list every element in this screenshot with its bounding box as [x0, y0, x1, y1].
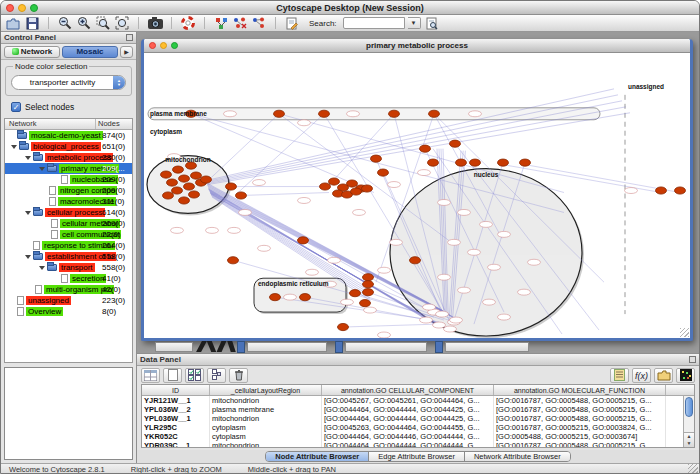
unselect-attributes-icon[interactable]	[207, 368, 226, 383]
expander-triangle-icon[interactable]	[25, 156, 31, 160]
save-icon[interactable]	[24, 16, 40, 31]
tab-node-attribute-browser[interactable]: Node Attribute Browser	[266, 452, 369, 461]
expander-triangle-icon[interactable]	[25, 211, 31, 215]
birdseye-view-panel[interactable]	[4, 367, 133, 460]
background-window-corner[interactable]	[435, 341, 443, 353]
tree-row[interactable]: transport558(0)	[5, 262, 132, 273]
column-header[interactable]: _cellularLayoutRegion	[210, 385, 322, 395]
background-window-label	[227, 341, 236, 352]
tree-row[interactable]: nitrogen compo209(0)	[5, 185, 132, 196]
app-resize-grip[interactable]	[688, 464, 698, 474]
column-header[interactable]: ID	[142, 385, 210, 395]
window-resize-grip[interactable]	[680, 328, 689, 337]
tab-network-attribute-browser[interactable]: Network Attribute Browser	[465, 452, 570, 461]
expander-triangle-icon[interactable]	[25, 255, 31, 259]
tree-row[interactable]: biological_process651(0)	[5, 141, 132, 152]
matrix-icon[interactable]	[676, 368, 695, 383]
expander-triangle-icon[interactable]	[39, 266, 45, 270]
search-dropdown-arrow[interactable]: ▼	[408, 17, 421, 29]
table-cell: mitochondrion	[210, 441, 322, 447]
tree-header-nodes[interactable]: Nodes	[95, 119, 132, 129]
tree-row[interactable]: macromolecule311(0)	[5, 196, 132, 207]
tree-row[interactable]: primary metabo209(...	[5, 163, 132, 174]
data-panel-header: Data Panel	[137, 354, 699, 366]
show-all-icon[interactable]	[251, 16, 267, 31]
table-row[interactable]: YPL036W__2plasma membrane[GO:0044464, GO…	[142, 405, 683, 414]
tab-mosaic[interactable]: Mosaic	[62, 46, 118, 58]
node-color-dropdown[interactable]: transporter activity ▲▼	[11, 75, 126, 90]
import-attributes-icon[interactable]	[654, 368, 673, 383]
tree-row[interactable]: nucleobase-209(0)	[5, 174, 132, 185]
background-window-corner[interactable]	[335, 341, 343, 353]
tree-row[interactable]: cellular process614(0)	[5, 207, 132, 218]
snapshot-icon[interactable]	[147, 16, 163, 31]
expander-triangle-icon[interactable]	[39, 167, 45, 171]
scrollbar-arrows[interactable]: ▲▼	[684, 432, 694, 447]
table-row[interactable]: YJR121W__1mitochondrion[GO:0045267, GO:0…	[142, 396, 683, 405]
tree-row[interactable]: response to stimulu264(0)	[5, 240, 132, 251]
open-icon[interactable]	[5, 16, 21, 31]
network-page-icon	[49, 197, 56, 206]
annotation-icon[interactable]	[284, 16, 300, 31]
background-window[interactable]	[247, 342, 327, 352]
background-window[interactable]	[445, 342, 529, 352]
tree-row[interactable]: unassigned223(0)	[5, 295, 132, 306]
tree-row-node-count: 614(0)	[102, 208, 125, 217]
background-window[interactable]	[155, 342, 193, 352]
tree-row[interactable]: cell communicat22(0)	[5, 229, 132, 240]
tab-edge-attribute-browser[interactable]: Edge Attribute Browser	[369, 452, 465, 461]
tab-network[interactable]: Network	[4, 46, 60, 58]
tree-row[interactable]: Overview8(0)	[5, 306, 132, 317]
new-attribute-icon[interactable]	[163, 368, 182, 383]
expander-triangle-icon[interactable]	[11, 145, 17, 149]
tree-row-node-count: 651(0)	[102, 142, 125, 151]
table-scrollbar[interactable]: ▲▼	[683, 396, 694, 447]
select-attributes-icon[interactable]	[185, 368, 204, 383]
tab-overflow-arrow[interactable]: ▶	[120, 46, 133, 58]
zoom-out-icon[interactable]	[57, 16, 73, 31]
zoom-selected-icon[interactable]	[95, 16, 111, 31]
zoom-fit-icon[interactable]	[114, 16, 130, 31]
folder-icon	[19, 143, 29, 150]
network-page-icon	[61, 274, 68, 283]
formula-icon[interactable]: f(x)	[632, 368, 651, 383]
svg-text:unassigned: unassigned	[628, 83, 664, 91]
background-window[interactable]	[345, 342, 427, 352]
search-options-icon[interactable]	[424, 16, 440, 31]
help-icon[interactable]	[180, 16, 196, 31]
select-nodes-checkbox[interactable]: ✓	[11, 102, 21, 112]
hide-selected-icon[interactable]	[232, 16, 248, 31]
network-canvas[interactable]: plasma membranecytoplasmmitochondrionnuc…	[144, 53, 690, 338]
table-row[interactable]: YPL036W__1mitochondrion[GO:0044464, GO:0…	[142, 414, 683, 423]
column-header[interactable]: annotation.GO CELLULAR_COMPONENT	[322, 385, 494, 395]
tree-row[interactable]: multi-organism pro42(0)	[5, 284, 132, 295]
tree-row-node-count: 22(0)	[102, 230, 121, 239]
scrollbar-thumb[interactable]	[685, 397, 693, 417]
table-cell: [GO:0016787, GO:0005215, GO:0003824, G..…	[494, 423, 666, 432]
tree-row[interactable]: cellular metabol209(0)	[5, 218, 132, 229]
tree-header-network[interactable]: Network	[5, 119, 95, 129]
table-row[interactable]: YKR052Ccytoplasm[GO:0044464, GO:0044446,…	[142, 432, 683, 441]
attribute-table: ID_cellularLayoutRegionannotation.GO CEL…	[141, 384, 695, 448]
tree-row-node-count: 223(0)	[102, 296, 125, 305]
tree-row[interactable]: establishment of lo558(0)	[5, 251, 132, 262]
status-zoom-hint: Right-click + drag to ZOOM	[131, 465, 222, 474]
table-cell: [GO:0016787, GO:0005488, GO:0005215, G..…	[494, 414, 666, 423]
zoom-in-icon[interactable]	[76, 16, 92, 31]
table-row[interactable]: YLR295Ccytoplasm[GO:0045263, GO:0044464,…	[142, 423, 683, 432]
float-panel-icon[interactable]	[126, 34, 133, 41]
vizmapper-icon[interactable]	[213, 16, 229, 31]
search-input[interactable]	[343, 17, 405, 29]
background-window-corner[interactable]	[237, 341, 245, 353]
table-cell: cytoplasm	[210, 432, 322, 441]
table-row[interactable]: YDR039C__1mitochondrion[GO:0044464, GO:0…	[142, 441, 683, 447]
attribute-table-icon[interactable]	[141, 368, 160, 383]
attribute-list-icon[interactable]	[610, 368, 629, 383]
delete-attribute-icon[interactable]	[229, 368, 248, 383]
tree-row[interactable]: metabolic process280(0)	[5, 152, 132, 163]
float-panel-icon[interactable]	[689, 356, 696, 363]
column-header[interactable]: annotation.GO MOLECULAR_FUNCTION	[494, 385, 666, 395]
tree-row[interactable]: secretion41(0)	[5, 273, 132, 284]
data-panel-title: Data Panel	[140, 355, 181, 364]
tree-row[interactable]: mosaic-demo-yeast874(0)	[5, 130, 132, 141]
